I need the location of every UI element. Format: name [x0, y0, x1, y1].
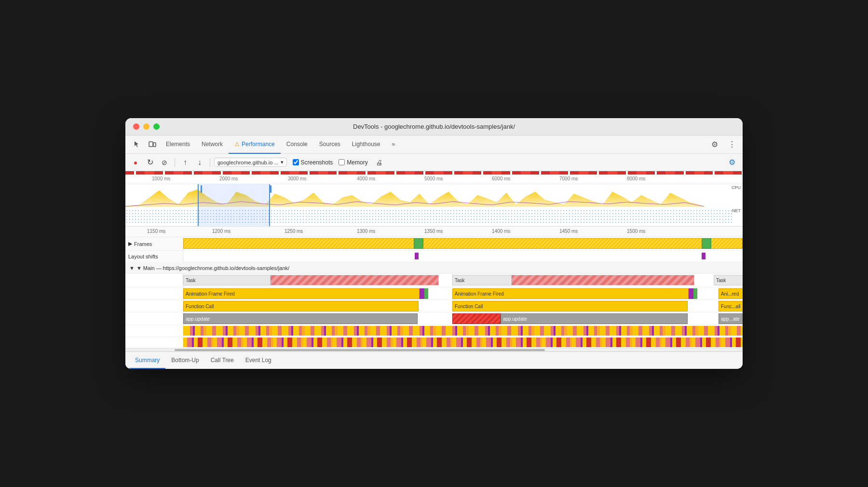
tick-2000: 2000 ms	[219, 176, 238, 181]
tab-performance[interactable]: ⚠ Performance	[229, 135, 281, 154]
tick-7000: 7000 ms	[559, 176, 578, 181]
timeline-selection[interactable]	[198, 184, 270, 227]
memory-checkbox[interactable]	[339, 159, 345, 165]
tab-lighthouse[interactable]: Lighthouse	[346, 135, 386, 154]
traffic-lights	[133, 123, 160, 130]
upload-button[interactable]: ↑	[179, 156, 191, 169]
tab-call-tree[interactable]: Call Tree	[205, 352, 240, 369]
anim-block-3[interactable]: Ani...red	[719, 288, 743, 299]
func-row: Function Call Function Call Func...all	[125, 300, 743, 312]
tasks-content[interactable]: Task Task Task	[183, 274, 743, 287]
task-long-1[interactable]	[270, 275, 439, 285]
anim-block-2[interactable]: Animation Frame Fired	[452, 288, 689, 299]
tab-sources[interactable]: Sources	[313, 135, 346, 154]
tick-8000: 8000 ms	[627, 176, 645, 181]
dropdown-arrow: ▾	[281, 159, 284, 165]
close-button[interactable]	[133, 123, 139, 130]
flame-rows: ▶ Frames // will be rendered as static d…	[125, 237, 743, 348]
ftick-1250: 1250 ms	[285, 229, 303, 234]
settings-button[interactable]: ⚙	[708, 138, 721, 151]
window-title: DevTools - googlechrome.github.io/devtoo…	[353, 123, 515, 130]
anim-row-label	[125, 287, 183, 299]
scroll-indicator[interactable]	[125, 348, 743, 351]
frames-content[interactable]: // will be rendered as static divs below	[183, 237, 743, 250]
maximize-button[interactable]	[153, 123, 160, 130]
app-block-1[interactable]: app.update	[183, 313, 418, 324]
cursor-icon	[133, 140, 141, 148]
download-button[interactable]: ↓	[193, 156, 206, 169]
func-block-3[interactable]: Func...all	[719, 301, 743, 311]
tick-1000: 1000 ms	[152, 176, 170, 181]
tab-elements[interactable]: Elements	[160, 135, 196, 154]
tab-event-log[interactable]: Event Log	[240, 352, 277, 369]
green-marker-2	[693, 288, 697, 299]
app-red-1	[452, 313, 501, 324]
flame-chart-area: 1150 ms 1200 ms 1250 ms 1300 ms 1350 ms …	[125, 227, 743, 352]
perf-settings-btn[interactable]: ⚙	[725, 156, 739, 169]
frames-block-anim	[183, 238, 743, 249]
scroll-thumb[interactable]	[175, 349, 545, 351]
tab-more[interactable]: »	[386, 135, 401, 154]
device-toolbar-btn[interactable]	[145, 135, 160, 154]
controls-right: ⚙	[725, 156, 739, 169]
divider	[175, 158, 175, 167]
devtools-window: DevTools - googlechrome.github.io/devtoo…	[125, 118, 743, 369]
tabs-right-actions: ⚙ ⋮	[708, 138, 739, 151]
tab-bottom-up[interactable]: Bottom-Up	[165, 352, 204, 369]
timeline-overview[interactable]: 1000 ms 2000 ms 3000 ms 4000 ms 5000 ms …	[125, 171, 743, 227]
frames-collapse-icon[interactable]: ▶	[128, 241, 132, 247]
activity-row-2-content[interactable]	[183, 338, 743, 347]
frames-green-block	[414, 238, 423, 249]
screenshots-checkbox[interactable]	[293, 159, 299, 165]
layout-shifts-content[interactable]	[183, 251, 743, 262]
clear-button[interactable]: ⊘	[158, 156, 171, 169]
task-block-3[interactable]: Task	[714, 275, 743, 285]
url-dropdown[interactable]: googlechrome.github.io ... ▾	[214, 158, 287, 167]
tab-summary[interactable]: Summary	[129, 352, 165, 369]
memory-label: Memory	[347, 159, 367, 166]
flame-ruler: 1150 ms 1200 ms 1250 ms 1300 ms 1350 ms …	[125, 227, 743, 237]
anim-block-1[interactable]: Animation Frame Fired	[183, 288, 420, 299]
func-content[interactable]: Function Call Function Call Func...all	[183, 300, 743, 312]
inspector-icon-btn[interactable]	[129, 135, 145, 154]
tab-console[interactable]: Console	[281, 135, 313, 154]
main-collapse-icon[interactable]: ▼	[129, 265, 135, 271]
ftick-1200: 1200 ms	[212, 229, 231, 234]
green-marker-1	[424, 288, 428, 299]
frames-label[interactable]: ▶ Frames	[125, 237, 183, 250]
activity-row-2	[125, 337, 743, 348]
minimize-button[interactable]	[143, 123, 149, 130]
purple-marker-2	[689, 288, 693, 299]
task-long-2[interactable]	[511, 275, 694, 285]
app-block-3[interactable]: app...ate	[719, 313, 743, 324]
tab-network[interactable]: Network	[196, 135, 229, 154]
screenshots-checkbox-label[interactable]: Screenshots	[293, 159, 333, 166]
divider2	[210, 158, 210, 167]
svg-rect-1	[153, 143, 156, 147]
more-options-button[interactable]: ⋮	[725, 138, 739, 151]
selection-handle-right[interactable]	[270, 185, 271, 193]
shift-marker-2	[702, 253, 705, 259]
ftick-1450: 1450 ms	[559, 229, 578, 234]
task-row-label	[125, 274, 183, 287]
screenshots-label: Screenshots	[301, 159, 333, 166]
device-icon	[149, 140, 156, 148]
long-tasks-bar	[125, 171, 743, 175]
activity-row-1-content[interactable]	[183, 326, 743, 336]
tick-4000: 4000 ms	[357, 176, 375, 181]
app-update-content[interactable]: app.update app.update app...ate	[183, 312, 743, 325]
app-update-label	[125, 312, 183, 325]
func-block-2[interactable]: Function Call	[452, 301, 688, 311]
overview-charts: CPU NET	[125, 184, 743, 227]
func-block-1[interactable]: Function Call	[183, 301, 419, 311]
app-block-2[interactable]: app.update	[501, 313, 688, 324]
memory-checkbox-label[interactable]: Memory	[339, 159, 367, 166]
activity-row-1-label	[125, 325, 183, 336]
record-button[interactable]: ●	[129, 156, 142, 169]
selection-handle-left[interactable]	[201, 185, 202, 193]
anim-content[interactable]: Animation Frame Fired Animation Frame Fi…	[183, 287, 743, 299]
frames-text: Frames	[134, 241, 152, 247]
layout-shifts-label: Layout shifts	[125, 251, 183, 262]
capture-settings-btn[interactable]: 🖨	[374, 157, 384, 168]
reload-button[interactable]: ↻	[144, 156, 156, 169]
